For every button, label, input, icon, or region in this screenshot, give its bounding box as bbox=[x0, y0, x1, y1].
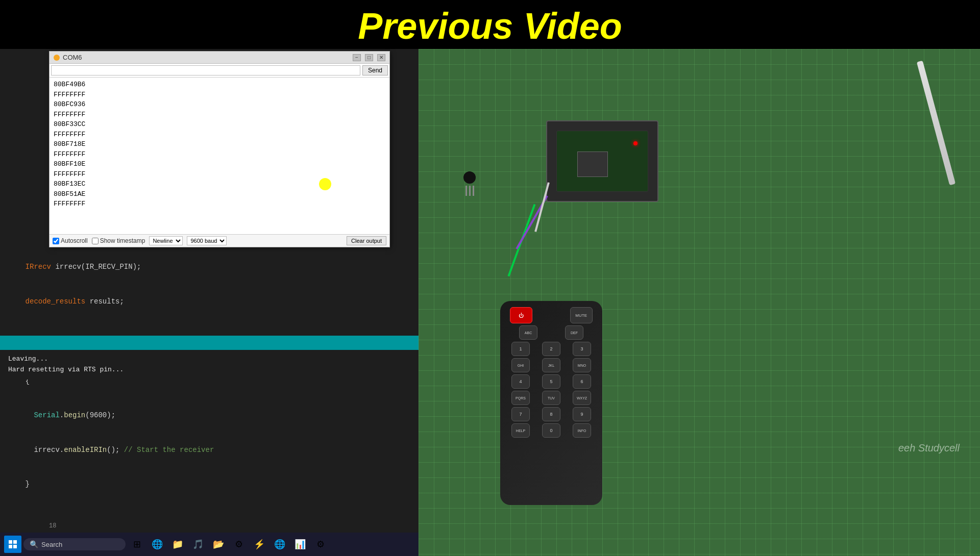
remote-btn-6: 6 bbox=[573, 374, 591, 389]
serial-output-line: FFFFFFFF bbox=[54, 199, 385, 209]
clear-output-button[interactable]: Clear output bbox=[347, 236, 386, 245]
remote-row-help: HELP 0 INFO bbox=[506, 423, 596, 438]
task-view-button[interactable]: ⊞ bbox=[128, 535, 146, 553]
taskbar-search[interactable]: 🔍 Search bbox=[23, 538, 126, 550]
esp-module bbox=[546, 120, 658, 202]
timestamp-checkbox[interactable]: Show timestamp bbox=[92, 237, 145, 244]
watermark: eeh Studycell bbox=[898, 442, 960, 454]
taskbar-icon-2[interactable]: 📁 bbox=[168, 535, 187, 553]
remote-btn-7: 7 bbox=[511, 407, 530, 421]
serial-output-line: FFFFFFFF bbox=[54, 90, 385, 100]
serial-output-line: 80BF49B6 bbox=[54, 80, 385, 90]
minimize-button[interactable]: − bbox=[353, 54, 361, 61]
remote-btn-4: 4 bbox=[511, 374, 530, 389]
taskbar-icon-3[interactable]: 🎵 bbox=[189, 535, 207, 553]
serial-output-line: FFFFFFFF bbox=[54, 149, 385, 160]
serial-output-line: 80BF33CC bbox=[54, 119, 385, 130]
remote-btn-abc: ABC bbox=[519, 325, 537, 340]
ir-receiver bbox=[459, 171, 480, 202]
taskbar-icon-7[interactable]: 🌐 bbox=[271, 535, 289, 553]
remote-row-4: 7 8 9 bbox=[506, 407, 596, 421]
baud-select[interactable]: 9600 baud bbox=[187, 236, 227, 245]
remote-btn-9: 9 bbox=[573, 407, 591, 421]
right-panel: ⏻ MUTE ABC DEF 1 2 3 GHI JKL MNO bbox=[419, 49, 980, 556]
taskbar: 🔍 Search ⊞ 🌐 📁 🎵 📂 ⚙ ⚡ 🌐 📊 ⚙ bbox=[0, 533, 419, 556]
remote-btn-2: 2 bbox=[542, 342, 560, 356]
mouse-cursor bbox=[319, 178, 331, 190]
remote-row-2: 1 2 3 bbox=[506, 342, 596, 356]
serial-titlebar: COM6 − □ ✕ bbox=[50, 52, 389, 64]
taskbar-icon-4[interactable]: 📂 bbox=[209, 535, 228, 553]
ir-body bbox=[463, 171, 476, 184]
remote-btn-5: 5 bbox=[542, 374, 560, 389]
newline-select[interactable]: Newline bbox=[149, 236, 183, 245]
remote-btn-def: DEF bbox=[565, 325, 583, 340]
remote-btn-3: 3 bbox=[573, 342, 591, 356]
remote-row-ghi: GHI JKL MNO bbox=[506, 358, 596, 372]
remote-top-row: ⏻ MUTE bbox=[506, 307, 596, 323]
taskbar-icon-8[interactable]: 📊 bbox=[291, 535, 309, 553]
console-line: Leaving... bbox=[8, 354, 410, 365]
remote-btn-tuv: TUV bbox=[542, 391, 560, 405]
remote-btn-0: 0 bbox=[542, 423, 560, 438]
serial-output-line: FFFFFFFF bbox=[54, 169, 385, 180]
taskbar-icon-5[interactable]: ⚙ bbox=[230, 535, 248, 553]
code-line: decode_results results; bbox=[0, 284, 419, 318]
close-button[interactable]: ✕ bbox=[377, 54, 385, 61]
send-button[interactable]: Send bbox=[362, 65, 388, 75]
console-output: Leaving... Hard resetting via RTS pin... bbox=[0, 350, 419, 380]
taskbar-icon-6[interactable]: ⚡ bbox=[250, 535, 268, 553]
remote-btn-8: 8 bbox=[542, 407, 560, 421]
page-title: Previous Video bbox=[0, 0, 980, 52]
code-line: IRrecv irrecv(IR_RECV_PIN); bbox=[0, 250, 419, 284]
line-indicator: 18 bbox=[49, 522, 56, 529]
code-line: irrecv.enableIRIn(); // Start the receiv… bbox=[0, 433, 419, 467]
ir-legs bbox=[459, 186, 480, 196]
remote-btn-jkl: JKL bbox=[542, 358, 560, 372]
hardware-container: ⏻ MUTE ABC DEF 1 2 3 GHI JKL MNO bbox=[419, 49, 980, 556]
code-line: } bbox=[0, 467, 419, 501]
remote-btn-help: HELP bbox=[511, 423, 530, 438]
chip bbox=[577, 151, 608, 177]
serial-footer: Autoscroll Show timestamp Newline 9600 b… bbox=[50, 234, 389, 247]
remote-row-pqrs: PQRS TUV WXYZ bbox=[506, 391, 596, 405]
search-text: Search bbox=[41, 541, 62, 548]
remote-row-1: ABC DEF bbox=[506, 325, 596, 340]
code-line: Serial.begin(9600); bbox=[0, 398, 419, 433]
remote-row-3: 4 5 6 bbox=[506, 374, 596, 389]
serial-monitor-window[interactable]: COM6 − □ ✕ Send 80BF49B6FFFFFFFF80BFC936… bbox=[49, 51, 390, 247]
remote-spacer bbox=[542, 307, 560, 323]
serial-input[interactable] bbox=[51, 65, 360, 75]
remote-btn-pqrs: PQRS bbox=[511, 391, 530, 405]
window-controls[interactable]: − □ ✕ bbox=[353, 54, 385, 61]
wire-white bbox=[534, 182, 550, 232]
start-button[interactable] bbox=[4, 536, 21, 553]
usb-cable bbox=[917, 61, 955, 186]
taskbar-icon-1[interactable]: 🌐 bbox=[148, 535, 166, 553]
remote-control: ⏻ MUTE ABC DEF 1 2 3 GHI JKL MNO bbox=[500, 301, 602, 505]
serial-output-line: 80BFC936 bbox=[54, 99, 385, 110]
serial-output-line: FFFFFFFF bbox=[54, 130, 385, 140]
esp-board-inner bbox=[556, 131, 648, 192]
remote-mute-button: MUTE bbox=[570, 307, 593, 323]
console-teal-bar bbox=[0, 336, 419, 350]
window-status-dot bbox=[54, 55, 60, 61]
serial-output-line: 80BF13EC bbox=[54, 179, 385, 189]
search-icon: 🔍 bbox=[30, 540, 38, 548]
led-red bbox=[633, 141, 638, 145]
code-line bbox=[0, 318, 419, 330]
serial-output-line: 80BF51AE bbox=[54, 189, 385, 199]
maximize-button[interactable]: □ bbox=[365, 54, 373, 61]
serial-output-line: 80BF718E bbox=[54, 139, 385, 149]
autoscroll-checkbox[interactable]: Autoscroll bbox=[53, 237, 88, 244]
serial-input-row[interactable]: Send bbox=[50, 64, 389, 78]
remote-btn-ghi: GHI bbox=[511, 358, 530, 372]
remote-btn-wxyz: WXYZ bbox=[573, 391, 591, 405]
serial-monitor-title: COM6 bbox=[63, 54, 82, 61]
console-line: Hard resetting via RTS pin... bbox=[8, 365, 410, 375]
serial-output-line: FFFFFFFF bbox=[54, 110, 385, 120]
remote-btn-info: INFO bbox=[573, 423, 591, 438]
remote-btn-1: 1 bbox=[511, 342, 530, 356]
serial-output-line: 80BFF10E bbox=[54, 159, 385, 169]
taskbar-icon-9[interactable]: ⚙ bbox=[311, 535, 330, 553]
